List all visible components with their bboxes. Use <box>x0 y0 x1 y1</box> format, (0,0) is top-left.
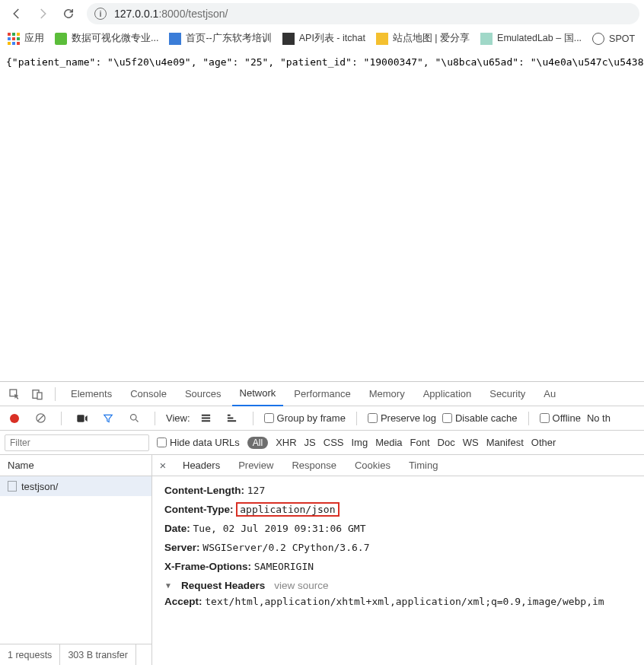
apps-shortcut[interactable]: 应用 <box>8 32 44 45</box>
request-list: Name testjson/ 1 requests 303 B transfer <box>0 455 152 665</box>
preserve-log-checkbox[interactable]: Preserve log <box>368 412 436 424</box>
content-type-highlight: application/json <box>236 502 339 517</box>
network-filterbar: Hide data URLs All XHR JS CSS Img Media … <box>0 431 644 455</box>
bookmark-item[interactable]: EmulatedLab – 国... <box>480 32 582 45</box>
bookmark-item[interactable]: SPOT <box>592 33 635 45</box>
detail-tab-preview[interactable]: Preview <box>229 455 282 476</box>
globe-icon <box>592 33 604 45</box>
filter-doc[interactable]: Doc <box>438 437 455 448</box>
apps-grid-icon <box>8 33 20 45</box>
svg-point-5 <box>130 415 136 421</box>
close-detail-button[interactable]: × <box>152 459 174 472</box>
request-row[interactable]: testjson/ <box>0 476 151 496</box>
filter-img[interactable]: Img <box>351 437 368 448</box>
tab-elements[interactable]: Elements <box>63 382 120 406</box>
devtools-tab-strip: Elements Console Sources Network Perform… <box>0 382 644 406</box>
clear-button[interactable] <box>30 409 50 428</box>
bookmark-item[interactable]: API列表 - itchat <box>282 32 365 45</box>
tab-performance[interactable]: Performance <box>286 382 358 406</box>
view-label: View: <box>166 412 190 424</box>
filter-all[interactable]: All <box>247 437 268 449</box>
bookmark-item[interactable]: 首页--广东软考培训 <box>169 32 271 45</box>
forward-button[interactable] <box>30 3 55 24</box>
overview-icon[interactable] <box>222 409 242 428</box>
detail-tab-cookies[interactable]: Cookies <box>346 455 400 476</box>
throttle-text: No th <box>587 412 611 424</box>
transfer-size: 303 B transfer <box>60 644 136 666</box>
file-icon <box>8 481 17 492</box>
filter-other[interactable]: Other <box>531 437 556 448</box>
header-row: Accept: text/html,application/xhtml+xml,… <box>164 596 635 607</box>
capture-icon[interactable] <box>72 409 92 428</box>
site-info-icon[interactable]: i <box>94 8 107 20</box>
devtools-panel: Elements Console Sources Network Perform… <box>0 381 644 665</box>
reload-button[interactable] <box>56 3 81 24</box>
tab-memory[interactable]: Memory <box>362 382 413 406</box>
svg-rect-4 <box>77 415 84 422</box>
favicon-icon <box>55 33 67 45</box>
bookmark-item[interactable]: 数据可视化微专业... <box>55 32 158 45</box>
apps-label: 应用 <box>24 32 44 45</box>
filter-css[interactable]: CSS <box>324 437 344 448</box>
filter-input[interactable] <box>5 434 149 451</box>
favicon-icon <box>376 33 388 45</box>
tab-sources[interactable]: Sources <box>177 382 229 406</box>
request-detail: × Headers Preview Response Cookies Timin… <box>152 455 644 665</box>
devtools-body: Name testjson/ 1 requests 303 B transfer… <box>0 455 644 665</box>
filter-font[interactable]: Font <box>410 437 430 448</box>
large-rows-icon[interactable] <box>196 409 216 428</box>
filter-js[interactable]: JS <box>304 437 316 448</box>
hide-data-urls-checkbox[interactable]: Hide data URLs <box>157 437 240 448</box>
filter-xhr[interactable]: XHR <box>276 437 296 448</box>
tab-console[interactable]: Console <box>123 382 174 406</box>
filter-icon[interactable] <box>98 409 118 428</box>
network-subtoolbar: View: Group by frame Preserve log Disabl… <box>0 406 644 431</box>
filter-manifest[interactable]: Manifest <box>486 437 524 448</box>
record-button[interactable] <box>5 409 24 428</box>
svg-rect-2 <box>37 393 42 399</box>
headers-pane: Content-Length: 127 Content-Type: applic… <box>152 476 644 665</box>
header-row: X-Frame-Options: SAMEORIGIN <box>164 561 635 572</box>
detail-tab-response[interactable]: Response <box>282 455 346 476</box>
tab-security[interactable]: Security <box>482 382 533 406</box>
bookmarks-bar: 应用 数据可视化微专业... 首页--广东软考培训 API列表 - itchat… <box>0 27 644 50</box>
favicon-icon <box>282 33 295 45</box>
search-icon[interactable] <box>124 409 144 428</box>
filter-media[interactable]: Media <box>375 437 402 448</box>
header-row: Date: Tue, 02 Jul 2019 09:31:06 GMT <box>164 523 635 534</box>
url-text: 127.0.0.1:8000/testjson/ <box>114 8 228 20</box>
request-headers-section[interactable]: ▼Request Headersview source <box>164 580 635 591</box>
inspect-icon[interactable] <box>5 384 24 404</box>
page-body: {"patient_name": "\u5f20\u4e09", "age": … <box>0 50 644 74</box>
header-row: Server: WSGIServer/0.2 CPython/3.6.7 <box>164 542 635 553</box>
tab-audits[interactable]: Au <box>536 382 563 406</box>
offline-checkbox[interactable]: Offline <box>540 412 581 424</box>
favicon-icon <box>480 33 493 45</box>
detail-tab-timing[interactable]: Timing <box>400 455 448 476</box>
back-button[interactable] <box>5 3 29 24</box>
header-row: Content-Length: 127 <box>164 485 635 496</box>
detail-tabs: × Headers Preview Response Cookies Timin… <box>152 455 644 476</box>
group-by-frame-checkbox[interactable]: Group by frame <box>264 412 346 424</box>
request-name: testjson/ <box>21 481 58 492</box>
device-toggle-icon[interactable] <box>27 384 47 404</box>
requests-count: 1 requests <box>0 644 60 666</box>
bookmark-item[interactable]: 站点地图 | 爱分享 <box>376 32 470 45</box>
view-source-link[interactable]: view source <box>274 580 328 591</box>
disable-cache-checkbox[interactable]: Disable cache <box>442 412 518 424</box>
network-footer: 1 requests 303 B transfer <box>0 644 151 665</box>
filter-ws[interactable]: WS <box>463 437 479 448</box>
favicon-icon <box>169 33 181 45</box>
collapse-triangle-icon: ▼ <box>164 581 172 590</box>
address-bar[interactable]: i 127.0.0.1:8000/testjson/ <box>87 3 639 24</box>
column-name-header[interactable]: Name <box>0 455 151 476</box>
header-row: Content-Type: application/json <box>164 504 635 515</box>
tab-network[interactable]: Network <box>232 382 284 406</box>
detail-tab-headers[interactable]: Headers <box>174 455 229 476</box>
tab-application[interactable]: Application <box>416 382 480 406</box>
browser-toolbar: i 127.0.0.1:8000/testjson/ <box>0 0 644 27</box>
